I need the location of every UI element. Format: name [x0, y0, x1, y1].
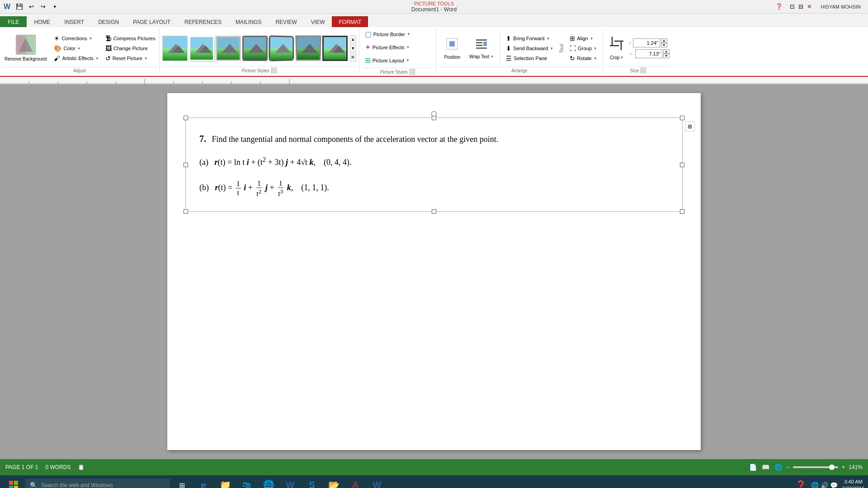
size-dialog-launcher[interactable]: ⊡ [641, 68, 646, 73]
tab-design[interactable]: DESIGN [91, 16, 126, 27]
style-thumb-3[interactable] [216, 36, 241, 61]
restore-button[interactable]: ⊡ [790, 3, 795, 10]
skype-button[interactable]: S [302, 475, 322, 488]
gallery-scroll-down[interactable]: ▼ [350, 44, 356, 52]
print-layout-view[interactable]: 📄 [748, 463, 757, 472]
bring-forward-button[interactable]: ⬆ Bring Forward ▼ [504, 34, 555, 43]
customize-qat-button[interactable]: ▼ [50, 2, 59, 11]
folder-button2[interactable]: 📂 [324, 475, 344, 488]
style-thumb-5[interactable] [269, 35, 294, 61]
height-spin-down[interactable]: ▼ [661, 43, 667, 47]
help-circle-icon[interactable]: ❓ [795, 480, 807, 488]
reset-picture-dropdown[interactable]: ▼ [144, 56, 148, 61]
group-button[interactable]: ⛶ Group ▼ [568, 44, 599, 53]
redo-button[interactable]: ↪ [38, 2, 47, 11]
taskbar-search[interactable]: 🔍 Search the web and Windows [25, 479, 170, 488]
file-explorer-button[interactable]: 📁 [215, 475, 235, 488]
handle-bottom-center[interactable] [432, 209, 436, 214]
zoom-out-button[interactable]: − [786, 464, 789, 470]
picture-layout-dropdown[interactable]: ▼ [406, 58, 410, 62]
artistic-effects-dropdown[interactable]: ▼ [95, 56, 99, 61]
save-button[interactable]: 💾 [15, 2, 24, 11]
rotate-dropdown[interactable]: ▼ [594, 56, 597, 61]
chrome-button[interactable]: 🌐 [259, 475, 278, 488]
style-thumb-4[interactable] [242, 36, 268, 61]
corrections-dropdown[interactable]: ▼ [89, 37, 93, 41]
handle-mid-left[interactable] [184, 163, 188, 167]
rotate-button[interactable]: ↻ Rotate ▼ [568, 54, 599, 63]
start-button[interactable] [4, 475, 24, 488]
network-icon[interactable]: 🌐 [811, 482, 819, 488]
tab-mailings[interactable]: MAILINGS [229, 16, 268, 27]
corrections-button[interactable]: ☀ Corrections ▼ [52, 34, 100, 43]
picture-effects-button[interactable]: ✦ Picture Effects ▼ [363, 42, 432, 53]
tab-references[interactable]: REFERENCES [178, 16, 228, 27]
reset-picture-button[interactable]: ↺ Reset Picture ▼ [104, 54, 157, 63]
gallery-more[interactable]: ⊞ [350, 53, 356, 61]
handle-mid-right[interactable] [680, 163, 684, 167]
proof-icon[interactable]: 📋 [78, 464, 85, 470]
color-button[interactable]: 🎨 Color ▼ [52, 44, 100, 53]
tab-home[interactable]: HOME [27, 16, 57, 27]
volume-icon[interactable]: 🔊 [821, 482, 828, 488]
word-button2[interactable]: W [367, 475, 387, 488]
tab-page-layout[interactable]: PAGE LAYOUT [126, 16, 177, 27]
group-dropdown[interactable]: ▼ [594, 47, 597, 51]
selection-pane-button[interactable]: ☰ Selection Pane [504, 54, 555, 63]
task-view-button[interactable]: ⊞ [172, 475, 192, 488]
rotate-handle[interactable] [431, 111, 437, 117]
handle-top-right[interactable] [680, 116, 684, 120]
handle-bottom-right[interactable] [680, 209, 684, 214]
layout-assist-button[interactable]: ⊞ [685, 122, 695, 131]
artistic-effects-button[interactable]: 🖌 Artistic Effects ▼ [52, 54, 100, 63]
tab-insert[interactable]: INSERT [57, 16, 91, 27]
close-button[interactable]: ✕ [807, 3, 812, 10]
gallery-scroll-up[interactable]: ▲ [350, 35, 356, 43]
height-spin-up[interactable]: ▲ [661, 38, 667, 43]
undo-button[interactable]: ↩ [27, 2, 36, 11]
style-thumb-2[interactable] [189, 36, 214, 61]
tab-review[interactable]: REVIEW [269, 16, 303, 27]
picture-effects-dropdown[interactable]: ▼ [406, 45, 410, 49]
style-thumb-7[interactable] [322, 36, 348, 61]
ie-button[interactable]: e [193, 475, 213, 488]
height-input[interactable]: 1.24" [633, 38, 660, 47]
handle-bottom-left[interactable] [184, 209, 188, 214]
position-button[interactable]: Position [440, 32, 465, 66]
picture-layout-button[interactable]: ⊞ Picture Layout ▼ [363, 55, 432, 66]
wrap-text-dropdown[interactable]: ▼ [490, 55, 494, 59]
reading-view[interactable]: 📖 [761, 463, 770, 472]
send-backward-button[interactable]: ⬇ Send Backward ▼ [504, 44, 555, 53]
crop-button[interactable]: Crop ▼ [607, 31, 627, 65]
wrap-text-button[interactable]: Wrap Text ▼ [467, 32, 497, 66]
width-spin-up[interactable]: ▲ [663, 49, 670, 54]
align-dropdown[interactable]: ▼ [590, 37, 594, 41]
picture-styles-dialog-launcher[interactable]: ⊡ [271, 68, 277, 73]
minimize-button[interactable]: ⊟ [798, 3, 803, 10]
picture-border-button[interactable]: ▢ Picture Border ▼ [363, 28, 432, 40]
tab-view[interactable]: VIEW [304, 16, 332, 27]
style-thumb-1[interactable] [162, 36, 188, 61]
remove-background-button[interactable]: Remove Background [2, 30, 49, 66]
tab-file[interactable]: FILE [0, 16, 27, 27]
store-button[interactable]: 🛍 [237, 475, 257, 488]
handle-top-left[interactable] [184, 116, 188, 120]
style-thumb-6[interactable] [295, 35, 321, 61]
tab-format[interactable]: FORMAT [332, 16, 368, 27]
change-picture-button[interactable]: 🖼 Change Picture [104, 44, 157, 53]
notification-icon[interactable]: 💬 [830, 482, 838, 488]
web-view[interactable]: 🌐 [774, 463, 783, 472]
compress-pictures-button[interactable]: 🗜 Compress Pictures [104, 34, 157, 43]
word-taskbar-button[interactable]: W [280, 475, 300, 488]
align-button[interactable]: ⊞ Align ▼ [568, 34, 599, 43]
acrobat-button[interactable]: A [345, 475, 365, 488]
picture-styles-dialog-launcher2[interactable]: ⊡ [410, 69, 415, 75]
zoom-thumb[interactable] [829, 465, 835, 470]
width-spin-down[interactable]: ▼ [663, 54, 670, 58]
bring-forward-dropdown[interactable]: ▼ [546, 37, 550, 41]
zoom-slider[interactable] [793, 466, 838, 468]
help-button[interactable]: ❓ [775, 3, 783, 10]
zoom-in-button[interactable]: + [842, 464, 845, 470]
crop-dropdown[interactable]: ▼ [620, 56, 624, 60]
width-input[interactable]: 7.13" [635, 49, 662, 58]
